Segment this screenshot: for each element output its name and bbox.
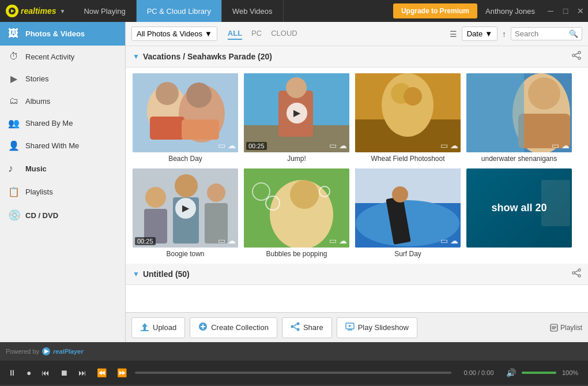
list-item[interactable]: ▭ ☁ underwater shenanigans xyxy=(466,73,572,163)
search-input[interactable] xyxy=(515,29,567,38)
maximize-button[interactable]: □ xyxy=(558,3,573,18)
sidebar-item-recent-activity-label: Recent Activity xyxy=(25,53,74,61)
collection-share-untitled[interactable] xyxy=(572,268,581,280)
sort-dropdown[interactable]: Date ▼ xyxy=(462,27,497,41)
photo-action-icons-boogie: ▭ ☁ xyxy=(218,236,236,245)
list-item[interactable]: ▶ 00:25 ▭ ☁ Jump! xyxy=(244,73,349,163)
tab-now-playing[interactable]: Now Playing xyxy=(73,0,136,22)
tab-pc-cloud-library[interactable]: PC & Cloud Library xyxy=(137,0,222,22)
search-icon[interactable]: 🔍 xyxy=(569,29,578,38)
logo-dropdown-icon[interactable]: ▼ xyxy=(59,8,65,14)
play-button-overlay-jump[interactable]: ▶ xyxy=(287,103,307,123)
filter-dropdown[interactable]: All Photos & Videos ▼ xyxy=(131,27,217,41)
close-button[interactable]: ✕ xyxy=(573,3,588,18)
photo-thumb-beach-day[interactable]: ▭ ☁ xyxy=(133,73,238,152)
skip-back-button[interactable]: ⏮ xyxy=(39,366,52,380)
sidebar-item-stories[interactable]: ▶ Stories xyxy=(0,68,125,90)
volume-icon[interactable]: 🔊 xyxy=(506,368,516,377)
view-tab-all[interactable]: ALL xyxy=(228,28,242,40)
stop-button[interactable]: ⏹ xyxy=(58,366,70,380)
view-tabs: ALL PC CLOUD xyxy=(228,28,297,40)
dot-button[interactable]: ● xyxy=(24,366,33,380)
screen-icon: ▭ xyxy=(440,236,448,245)
skip-forward-button[interactable]: ⏭ xyxy=(76,366,89,380)
collection-share-vacations[interactable] xyxy=(572,51,581,62)
screen-icon: ▭ xyxy=(440,141,448,150)
sidebar-item-playlists-label: Playlists xyxy=(25,188,53,196)
volume-track[interactable] xyxy=(522,372,556,374)
sidebar-section-cd-dvd[interactable]: 💿 CD / DVD xyxy=(0,203,125,227)
photo-thumb-boogie-town[interactable]: ▶ 00:25 ▭ ☁ xyxy=(133,168,238,248)
powered-by-text: Powered by realPlayer xyxy=(6,347,84,356)
minimize-button[interactable]: ─ xyxy=(543,3,558,18)
sidebar-section-music[interactable]: ♪ Music xyxy=(0,157,125,181)
upload-button[interactable]: Upload xyxy=(131,317,185,338)
share-icon-vacations xyxy=(572,51,581,60)
show-all-overlay: show all 20 xyxy=(466,168,572,248)
realplayer-logo-svg xyxy=(8,7,16,15)
photo-thumb-wheat-field[interactable]: ▭ ☁ xyxy=(355,73,461,152)
sidebar-item-playlists[interactable]: 📋 Playlists xyxy=(0,181,125,203)
svg-point-4 xyxy=(578,57,581,59)
sidebar-item-shared-with-me[interactable]: 👤 Shared With Me xyxy=(0,134,125,157)
playlist-button[interactable]: Playlist xyxy=(550,324,582,332)
volume-percentage: 100% xyxy=(562,369,582,376)
photo-label-surf-day: Surf Day xyxy=(355,250,461,258)
list-item[interactable]: ▭ ☁ Surf Day xyxy=(355,168,461,258)
progress-track[interactable] xyxy=(135,372,451,374)
photo-thumb-jump[interactable]: ▶ 00:25 ▭ ☁ xyxy=(244,73,349,152)
photo-thumb-show-all[interactable]: show all 20 xyxy=(466,168,572,248)
photo-thumb-bubbles[interactable]: ▭ ☁ xyxy=(244,168,349,248)
pause-button[interactable]: ⏸ xyxy=(6,366,18,380)
svg-rect-12 xyxy=(150,117,184,140)
status-bar: Powered by realPlayer xyxy=(0,342,588,361)
sidebar-item-shared-by-me[interactable]: 👥 Shared By Me xyxy=(0,112,125,134)
photos-videos-icon: 🖼 xyxy=(8,28,20,40)
list-item[interactable]: ▭ ☁ Beach Day xyxy=(133,73,238,163)
top-bar: realtimes ▼ Now Playing PC & Cloud Libra… xyxy=(0,0,588,22)
play-slideshow-button[interactable]: Play Slideshow xyxy=(337,317,417,338)
play-button-overlay-boogie[interactable]: ▶ xyxy=(175,198,196,219)
player-bar: ⏸ ● ⏮ ⏹ ⏭ ⏪ ⏩ 0:00 / 0:00 🔊 100% xyxy=(0,361,588,385)
photo-action-icons-jump: ▭ ☁ xyxy=(329,141,347,150)
shared-with-me-icon: 👤 xyxy=(8,140,20,151)
sidebar-item-recent-activity[interactable]: ⏱ Recent Activity xyxy=(0,46,125,68)
collection-toggle-untitled[interactable]: ▼ xyxy=(133,270,140,278)
svg-point-10 xyxy=(156,82,179,105)
toolbar-right: ☰ Date ▼ ↑ 🔍 xyxy=(450,27,582,41)
rewind-button[interactable]: ⏪ xyxy=(95,366,109,380)
svg-point-58 xyxy=(296,322,299,325)
sidebar-section-photos-videos[interactable]: 🖼 Photos & Videos xyxy=(0,22,125,46)
share-svg-icon xyxy=(291,322,300,331)
logo[interactable]: realtimes ▼ xyxy=(0,5,71,17)
list-item[interactable]: show all 20 - xyxy=(466,168,572,258)
photo-action-icons: ▭ ☁ xyxy=(218,141,236,150)
view-tab-pc[interactable]: PC xyxy=(251,28,262,40)
content-toolbar: All Photos & Videos ▼ ALL PC CLOUD ☰ Dat… xyxy=(126,22,588,46)
tab-web-videos[interactable]: Web Videos xyxy=(222,0,284,22)
realplayer-sm-icon xyxy=(42,347,51,356)
list-item[interactable]: ▭ ☁ Bubbles be popping xyxy=(244,168,349,258)
share-button[interactable]: Share xyxy=(282,317,332,338)
list-view-icon[interactable]: ☰ xyxy=(450,29,457,39)
sidebar-item-albums[interactable]: 🗂 Albums xyxy=(0,90,125,112)
upgrade-button[interactable]: Upgrade to Premium xyxy=(393,3,477,18)
create-collection-button[interactable]: Create Collection xyxy=(190,317,277,338)
list-item[interactable]: ▶ 00:25 ▭ ☁ Boogie town xyxy=(133,168,238,258)
fast-forward-button[interactable]: ⏩ xyxy=(115,366,129,380)
stories-icon: ▶ xyxy=(8,73,20,84)
content-scroll[interactable]: ▼ Vacations / Seahawks Parade (20) xyxy=(126,46,588,312)
create-collection-label: Create Collection xyxy=(211,323,269,332)
search-box: 🔍 xyxy=(511,27,582,40)
photo-action-icons-wheat: ▭ ☁ xyxy=(440,141,458,150)
list-item[interactable]: ▭ ☁ Wheat Field Photoshoot xyxy=(355,73,461,163)
photo-thumb-surf-day[interactable]: ▭ ☁ xyxy=(355,168,461,248)
play-slideshow-icon xyxy=(345,322,355,333)
collection-toggle-vacations[interactable]: ▼ xyxy=(133,53,140,61)
sort-order-button[interactable]: ↑ xyxy=(502,29,506,39)
view-tab-cloud[interactable]: CLOUD xyxy=(271,28,297,40)
svg-point-2 xyxy=(578,51,581,54)
collection-title-untitled: Untitled (50) xyxy=(143,269,190,279)
photo-thumb-underwater[interactable]: ▭ ☁ xyxy=(466,73,572,152)
svg-line-5 xyxy=(575,53,578,55)
